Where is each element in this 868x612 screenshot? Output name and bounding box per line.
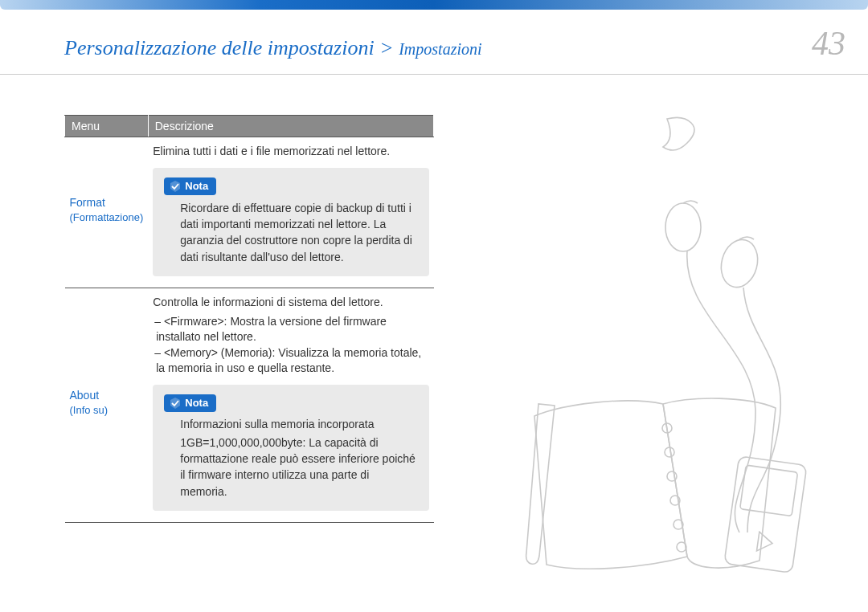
breadcrumb: Personalizzazione delle impostazioni > I… xyxy=(64,36,482,60)
desc-cell: Controlla le informazioni di sistema del… xyxy=(148,288,433,522)
menu-sublabel: (Formattazione) xyxy=(70,210,144,225)
col-header-menu: Menu xyxy=(65,116,149,137)
note-heading: Informazioni sulla memoria incorporata xyxy=(164,417,417,433)
list-item: <Firmware>: Mostra la versione del firmw… xyxy=(156,314,428,345)
svg-point-1 xyxy=(716,235,763,291)
menu-label: Format xyxy=(70,196,105,209)
menu-cell-about: About (Info su) xyxy=(65,288,149,522)
svg-point-7 xyxy=(677,542,686,552)
breadcrumb-sub: Impostazioni xyxy=(399,40,481,58)
decorative-illustration xyxy=(434,115,852,523)
breadcrumb-main: Personalizzazione delle impostazioni > xyxy=(64,36,399,59)
check-cube-icon xyxy=(169,397,182,410)
check-cube-icon xyxy=(169,180,182,193)
svg-rect-8 xyxy=(724,456,807,573)
page-number: 43 xyxy=(812,24,845,63)
content-area: Menu Descrizione Format (Formattazione) … xyxy=(0,75,868,523)
note-body: 1GB=1,000,000,000byte: La capacità di fo… xyxy=(164,435,417,500)
desc-intro: Elimina tutti i dati e i file memorizzat… xyxy=(153,144,428,160)
note-badge: Nota xyxy=(164,394,216,412)
note-body: Ricordare di effettuare copie di backup … xyxy=(164,200,417,265)
desc-cell: Elimina tutti i dati e i file memorizzat… xyxy=(148,137,433,288)
col-header-description: Descrizione xyxy=(148,116,433,137)
table-row: About (Info su) Controlla le informazion… xyxy=(65,288,434,522)
svg-point-4 xyxy=(667,471,677,481)
note-label: Nota xyxy=(185,179,208,194)
desc-intro: Controlla le informazioni di sistema del… xyxy=(153,295,428,311)
bullet-list: <Firmware>: Mostra la versione del firmw… xyxy=(153,314,428,377)
note-badge: Nota xyxy=(164,177,216,195)
list-item: <Memory> (Memoria): Visualizza la memori… xyxy=(156,345,428,377)
svg-point-0 xyxy=(665,203,701,251)
note-label: Nota xyxy=(185,396,208,410)
page-header: Personalizzazione delle impostazioni > I… xyxy=(0,10,868,75)
table-row: Format (Formattazione) Elimina tutti i d… xyxy=(65,137,434,288)
top-accent-bar xyxy=(0,0,868,10)
menu-label: About xyxy=(70,389,100,402)
settings-table: Menu Descrizione Format (Formattazione) … xyxy=(64,115,434,523)
note-box: Nota Ricordare di effettuare copie di ba… xyxy=(153,168,428,276)
menu-cell-format: Format (Formattazione) xyxy=(65,137,149,288)
menu-sublabel: (Info su) xyxy=(70,403,144,418)
earphones-planner-icon xyxy=(482,107,852,605)
note-box: Nota Informazioni sulla memoria incorpor… xyxy=(153,385,428,511)
svg-point-3 xyxy=(665,447,674,457)
